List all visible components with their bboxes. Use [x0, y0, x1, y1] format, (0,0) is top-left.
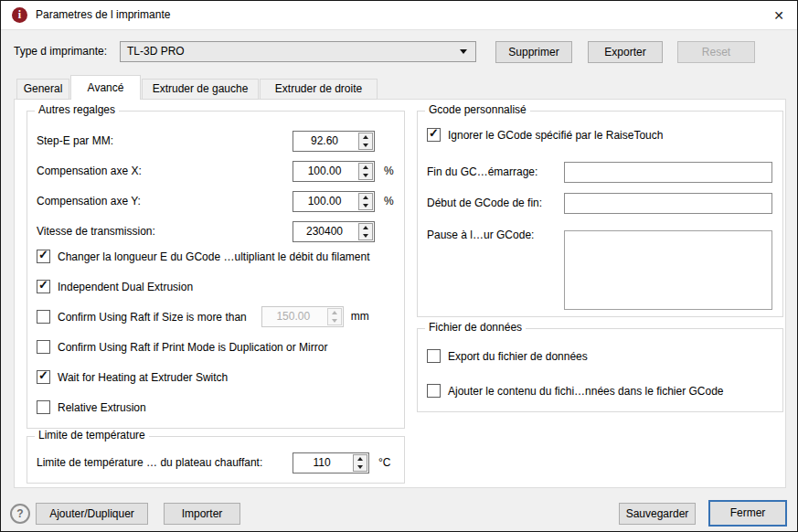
- checkbox-row-dual-extrusion[interactable]: Independent Dual Extrusion: [37, 276, 193, 297]
- checkbox[interactable]: [37, 280, 50, 293]
- reset-button: Reset: [677, 41, 755, 63]
- chevron-down-icon: [460, 49, 467, 54]
- debut-gcode-input[interactable]: [564, 193, 772, 214]
- comp-x-spinbox[interactable]: 100.00: [293, 161, 375, 182]
- spinner-buttons[interactable]: [358, 133, 373, 150]
- spin-up-icon[interactable]: [359, 133, 372, 142]
- checkbox[interactable]: [427, 384, 441, 398]
- spin-down-icon: [328, 317, 341, 325]
- fermer-button[interactable]: Fermer: [708, 500, 787, 527]
- field-row-comp-x: Compensation axe X: 100.00 %: [37, 161, 400, 182]
- group-limite-temperature: Limite de température Limite de températ…: [27, 436, 405, 484]
- field-row-step-e: Step-E par MM: 92.60: [37, 131, 400, 152]
- unit-label: °C: [378, 452, 390, 473]
- group-fichier-donnees: Fichier de données Export du fichier de …: [417, 328, 783, 412]
- checkbox-label: Confirm Using Raft if Size is more than: [58, 311, 247, 324]
- spin-up-icon[interactable]: [359, 164, 372, 172]
- unit-label: %: [384, 161, 394, 182]
- checkbox[interactable]: [427, 128, 441, 142]
- group-title: Fichier de données: [425, 321, 526, 334]
- checkbox-label: Ignorer le GCode spécifié par le RaiseTo…: [448, 129, 663, 142]
- spin-down-icon[interactable]: [359, 232, 372, 240]
- field-row-vitesse: Vitesse de transmission: 230400: [37, 221, 400, 242]
- checkbox-row-export-fichier[interactable]: Export du fichier de données: [427, 346, 588, 367]
- group-gcode-personnalise: Gcode personnalisé Ignorer le GCode spéc…: [417, 111, 783, 317]
- tab-avance[interactable]: Avancé: [70, 75, 141, 100]
- spin-value: 150.00: [262, 307, 325, 326]
- pause-gcode-textarea[interactable]: [564, 230, 772, 310]
- field-row-fin-gcode: Fin du GC…émarrage:: [427, 162, 779, 183]
- step-e-spinbox[interactable]: 92.60: [293, 131, 375, 152]
- exporter-button[interactable]: Exporter: [588, 41, 663, 63]
- field-label: Fin du GC…émarrage:: [427, 162, 537, 183]
- checkbox-row-relative-extrusion[interactable]: Relative Extrusion: [37, 397, 146, 418]
- spinner-buttons[interactable]: [358, 163, 373, 180]
- supprimer-button[interactable]: Supprimer: [495, 41, 572, 63]
- close-icon[interactable]: ✕: [770, 6, 788, 25]
- printer-settings-dialog: i Parametres de l imprimante ✕ Type d im…: [0, 0, 798, 532]
- spin-down-icon[interactable]: [354, 463, 367, 472]
- field-row-limite: Limite de température … du plateau chauf…: [37, 452, 400, 473]
- spin-down-icon[interactable]: [359, 202, 372, 210]
- printer-type-select[interactable]: TL-3D PRO: [120, 41, 476, 62]
- sauvegarder-button[interactable]: Sauvegarder: [619, 503, 696, 525]
- field-label: Compensation axe Y:: [37, 191, 141, 212]
- checkbox-row-raft-mode[interactable]: Confirm Using Raft if Print Mode is Dupl…: [37, 336, 327, 357]
- checkbox-label: Changer la longueur E du GCode …ultiplia…: [58, 250, 370, 263]
- checkbox[interactable]: [37, 400, 50, 414]
- checkbox[interactable]: [37, 250, 50, 263]
- spin-up-icon[interactable]: [354, 455, 367, 463]
- spin-down-icon[interactable]: [359, 142, 372, 150]
- spin-down-icon[interactable]: [359, 172, 372, 180]
- spin-up-icon[interactable]: [359, 224, 372, 232]
- checkbox-row-longueur[interactable]: Changer la longueur E du GCode …ultiplia…: [37, 246, 370, 267]
- spin-value: 230400: [293, 222, 356, 241]
- limite-spinbox[interactable]: 110: [293, 452, 369, 473]
- ajouter-dupliquer-button[interactable]: Ajouter/Dupliquer: [36, 503, 148, 525]
- group-autres-reglages: Autres regalges Step-E par MM: 92.60 Com…: [27, 111, 405, 429]
- printer-type-label: Type d imprimante:: [14, 41, 107, 62]
- checkbox-label: Export du fichier de données: [448, 350, 588, 363]
- raft-size-spinbox: 150.00: [261, 306, 344, 327]
- spin-value: 110: [293, 453, 350, 473]
- checkbox-row-raft-size[interactable]: Confirm Using Raft if Size is more than …: [37, 306, 400, 327]
- checkbox-row-ajouter-contenu[interactable]: Ajouter le contenu du fichi…nnées dans l…: [427, 380, 724, 401]
- tab-general[interactable]: General: [16, 79, 69, 100]
- spin-value: 100.00: [293, 162, 356, 181]
- checkbox-row-wait-heating[interactable]: Wait for Heating at Extruder Switch: [37, 367, 228, 388]
- group-title: Autres regalges: [35, 103, 119, 116]
- field-label: Limite de température … du plateau chauf…: [37, 452, 262, 473]
- spinner-buttons[interactable]: [358, 193, 373, 210]
- importer-button[interactable]: Importer: [164, 503, 240, 525]
- fin-gcode-input[interactable]: [564, 162, 772, 183]
- spinner-buttons[interactable]: [358, 223, 373, 240]
- app-info-icon: i: [12, 7, 27, 23]
- spin-up-icon[interactable]: [359, 194, 372, 202]
- vitesse-spinbox[interactable]: 230400: [293, 221, 375, 242]
- spinner-buttons: [327, 308, 342, 325]
- checkbox[interactable]: [427, 349, 441, 363]
- group-title: Limite de température: [35, 429, 149, 442]
- window-title: Parametres de l imprimante: [36, 1, 170, 29]
- comp-y-spinbox[interactable]: 100.00: [293, 191, 375, 212]
- spin-up-icon: [328, 309, 341, 317]
- spin-value: 92.60: [293, 132, 356, 151]
- checkbox-row-ignore-gcode[interactable]: Ignorer le GCode spécifié par le RaiseTo…: [427, 124, 663, 145]
- spin-value: 100.00: [293, 192, 356, 211]
- tab-extruder-gauche[interactable]: Extruder de gauche: [142, 79, 259, 100]
- field-label: Step-E par MM:: [37, 131, 113, 152]
- printer-type-value: TL-3D PRO: [127, 42, 185, 61]
- field-row-comp-y: Compensation axe Y: 100.00 %: [37, 191, 400, 212]
- field-label: Pause à l…ur GCode:: [427, 228, 534, 242]
- field-label: Compensation axe X:: [37, 161, 142, 182]
- field-row-debut-gcode: Début de GCode de fin:: [427, 193, 779, 214]
- title-bar: i Parametres de l imprimante ✕: [1, 1, 797, 30]
- unit-label: mm: [351, 306, 369, 327]
- spinner-buttons[interactable]: [353, 454, 367, 472]
- tab-extruder-droite[interactable]: Extruder de droite: [260, 79, 378, 100]
- checkbox[interactable]: [37, 340, 50, 354]
- checkbox[interactable]: [37, 370, 50, 384]
- checkbox-label: Confirm Using Raft if Print Mode is Dupl…: [58, 341, 327, 354]
- help-icon[interactable]: ?: [10, 504, 30, 524]
- checkbox[interactable]: [37, 310, 50, 324]
